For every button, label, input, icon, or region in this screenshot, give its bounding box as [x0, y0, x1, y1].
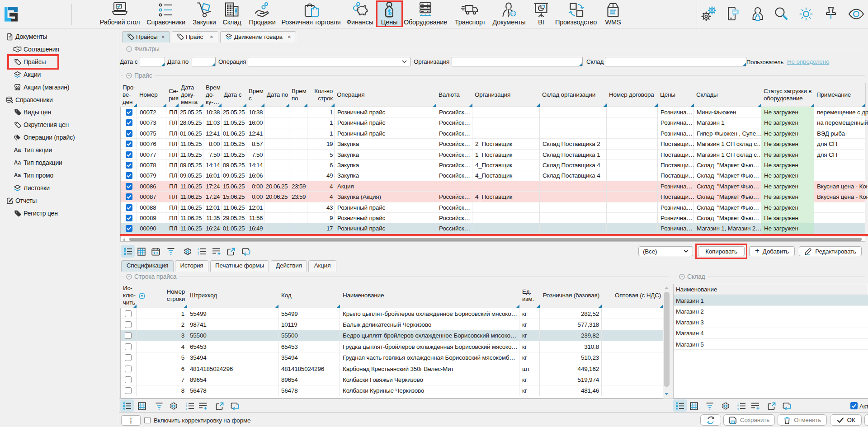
- svg-text:3: 3: [186, 408, 187, 410]
- svg-text:3: 3: [737, 408, 739, 410]
- svg-text:3: 3: [198, 253, 199, 255]
